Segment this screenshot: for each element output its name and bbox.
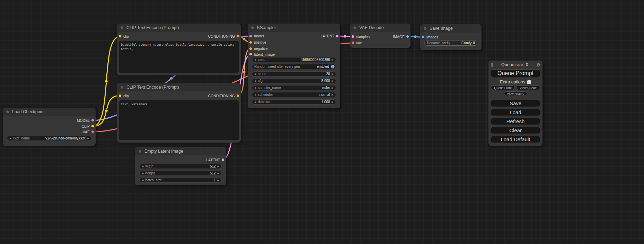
node-header[interactable]: Empty Latent Image bbox=[135, 147, 226, 155]
collapse-toggle-icon[interactable] bbox=[138, 150, 142, 153]
increment-arrow-icon[interactable]: ▶ bbox=[332, 58, 334, 61]
decrement-arrow-icon[interactable]: ◀ bbox=[142, 172, 143, 175]
node-clip-text-encode-negative[interactable]: CLIP Text Encode (Prompt) clip CONDITION… bbox=[117, 83, 241, 143]
load-default-button[interactable]: Load Default bbox=[491, 136, 540, 143]
widget-height[interactable]: ◀ height 512 ▶ bbox=[139, 171, 222, 176]
output-port-latent[interactable] bbox=[221, 158, 224, 161]
widget-label: denoise bbox=[258, 100, 270, 104]
node-header[interactable]: CLIP Text Encode (Prompt) bbox=[117, 24, 241, 32]
node-canvas[interactable]: Load Checkpoint MODEL CLIP VAE ◀ ckpt_na… bbox=[0, 0, 644, 244]
comfy-menu-panel: ⣿ Queue size: 0 ⚙ Queue Prompt Extra opt… bbox=[488, 61, 542, 146]
decrement-arrow-icon[interactable]: ◀ bbox=[9, 137, 11, 140]
node-title: CLIP Text Encode (Prompt) bbox=[126, 85, 179, 90]
node-header[interactable]: CLIP Text Encode (Prompt) bbox=[117, 83, 241, 91]
widget-steps[interactable]: ◀ steps 20 ▶ bbox=[252, 71, 336, 76]
output-port-model[interactable] bbox=[91, 119, 94, 122]
load-button[interactable]: Load bbox=[491, 109, 540, 116]
increment-arrow-icon[interactable]: ▶ bbox=[218, 179, 219, 182]
widget-value: 156680208700286 bbox=[301, 58, 330, 62]
widget-label: width bbox=[145, 164, 153, 168]
node-header[interactable]: Load Checkpoint bbox=[3, 108, 96, 116]
prompt-text-input[interactable]: beautiful scenery nature glass bottle la… bbox=[119, 41, 239, 73]
output-port-vae[interactable] bbox=[91, 130, 94, 133]
widget-value: 512 bbox=[210, 171, 216, 175]
widget-random-seed[interactable]: Random seed after every gen enabled bbox=[252, 64, 336, 69]
widget-filename-prefix[interactable]: filename_prefix ComfyUI bbox=[424, 40, 477, 46]
decrement-arrow-icon[interactable]: ◀ bbox=[254, 80, 256, 82]
input-port-positive[interactable] bbox=[249, 41, 252, 44]
increment-arrow-icon[interactable]: ▶ bbox=[332, 80, 334, 82]
output-port-conditioning[interactable] bbox=[236, 94, 239, 97]
input-port-images[interactable] bbox=[422, 35, 425, 38]
increment-arrow-icon[interactable]: ▶ bbox=[218, 172, 219, 175]
widget-cfg[interactable]: ◀ cfg 8.000 ▶ bbox=[252, 78, 336, 83]
increment-arrow-icon[interactable]: ▶ bbox=[332, 93, 334, 96]
widget-label: height bbox=[145, 171, 155, 175]
settings-gear-icon[interactable]: ⚙ bbox=[536, 62, 540, 67]
collapse-toggle-icon[interactable] bbox=[120, 85, 124, 89]
queue-prompt-button[interactable]: Queue Prompt bbox=[491, 69, 540, 77]
wire-clip-negative bbox=[92, 96, 120, 126]
widget-seed[interactable]: ◀ seed 156680208700286 ▶ bbox=[252, 57, 336, 62]
widget-batch-size[interactable]: ◀ batch_size 1 ▶ bbox=[139, 178, 222, 183]
widget-denoise[interactable]: ◀ denoise 1.000 ▶ bbox=[252, 99, 336, 105]
collapse-toggle-icon[interactable] bbox=[251, 26, 254, 29]
input-port-clip[interactable] bbox=[118, 35, 122, 38]
collapse-toggle-icon[interactable] bbox=[423, 27, 427, 30]
increment-arrow-icon[interactable]: ▶ bbox=[332, 101, 334, 103]
decrement-arrow-icon[interactable]: ◀ bbox=[142, 179, 143, 182]
menu-header: ⣿ Queue size: 0 ⚙ bbox=[491, 62, 540, 67]
input-label-model: model bbox=[254, 34, 264, 38]
decrement-arrow-icon[interactable]: ◀ bbox=[254, 101, 256, 103]
increment-arrow-icon[interactable]: ▶ bbox=[218, 165, 219, 168]
node-ksampler[interactable]: KSampler model positive negative latent_… bbox=[248, 24, 340, 108]
extra-options-checkbox[interactable] bbox=[527, 80, 531, 84]
output-port-clip[interactable] bbox=[91, 125, 94, 128]
output-port-image[interactable] bbox=[406, 35, 409, 38]
widget-sampler-name[interactable]: ◀ sampler_name euler ▶ bbox=[252, 85, 336, 90]
input-port-samples[interactable] bbox=[351, 35, 354, 38]
queue-front-button[interactable]: Queue Front bbox=[491, 85, 515, 90]
node-vae-decode[interactable]: VAE Decode samples vae IMAGE bbox=[350, 24, 411, 48]
decrement-arrow-icon[interactable]: ◀ bbox=[142, 165, 143, 168]
output-port-latent[interactable] bbox=[336, 35, 339, 38]
node-header[interactable]: KSampler bbox=[248, 24, 340, 32]
toggle-enabled-icon[interactable] bbox=[331, 65, 335, 69]
node-save-image[interactable]: Save Image images filename_prefix ComfyU… bbox=[420, 24, 482, 50]
collapse-toggle-icon[interactable] bbox=[6, 110, 9, 114]
view-history-button[interactable]: View History bbox=[504, 91, 527, 96]
node-load-checkpoint[interactable]: Load Checkpoint MODEL CLIP VAE ◀ ckpt_na… bbox=[3, 108, 96, 146]
input-port-clip[interactable] bbox=[118, 94, 122, 97]
input-port-latent-image[interactable] bbox=[249, 53, 252, 56]
collapse-toggle-icon[interactable] bbox=[120, 26, 124, 29]
view-queue-button[interactable]: View Queue bbox=[516, 85, 540, 90]
widget-width[interactable]: ◀ width 512 ▶ bbox=[139, 164, 222, 169]
prompt-text-input[interactable]: text, watermark bbox=[119, 100, 239, 140]
input-port-vae[interactable] bbox=[351, 41, 354, 44]
save-button[interactable]: Save bbox=[491, 100, 540, 107]
widget-scheduler[interactable]: ◀ scheduler normal ▶ bbox=[252, 92, 336, 97]
increment-arrow-icon[interactable]: ▶ bbox=[332, 73, 334, 75]
decrement-arrow-icon[interactable]: ◀ bbox=[254, 58, 256, 61]
refresh-button[interactable]: Refresh bbox=[491, 118, 540, 125]
increment-arrow-icon[interactable]: ▶ bbox=[87, 137, 89, 140]
node-title: KSampler bbox=[257, 25, 276, 30]
decrement-arrow-icon[interactable]: ◀ bbox=[254, 73, 256, 75]
node-title: Save Image bbox=[430, 26, 453, 31]
node-header[interactable]: Save Image bbox=[420, 24, 482, 33]
collapse-toggle-icon[interactable] bbox=[353, 26, 356, 29]
drag-handle-icon[interactable]: ⣿ bbox=[491, 63, 493, 67]
extra-options-row: Extra options bbox=[488, 80, 542, 84]
increment-arrow-icon[interactable]: ▶ bbox=[332, 87, 334, 89]
input-port-model[interactable] bbox=[249, 35, 252, 38]
node-clip-text-encode-positive[interactable]: CLIP Text Encode (Prompt) clip CONDITION… bbox=[117, 24, 241, 75]
output-label-model: MODEL bbox=[77, 118, 90, 123]
node-header[interactable]: VAE Decode bbox=[350, 24, 411, 32]
output-port-conditioning[interactable] bbox=[236, 35, 239, 38]
decrement-arrow-icon[interactable]: ◀ bbox=[254, 93, 256, 96]
node-empty-latent-image[interactable]: Empty Latent Image LATENT ◀ width 512 ▶ … bbox=[135, 147, 226, 185]
widget-ckpt-name[interactable]: ◀ ckpt_name v1-5-pruned-emaonly.ckpt ▶ bbox=[7, 136, 91, 141]
decrement-arrow-icon[interactable]: ◀ bbox=[254, 87, 256, 89]
clear-button[interactable]: Clear bbox=[491, 127, 540, 134]
input-port-negative[interactable] bbox=[249, 47, 252, 50]
